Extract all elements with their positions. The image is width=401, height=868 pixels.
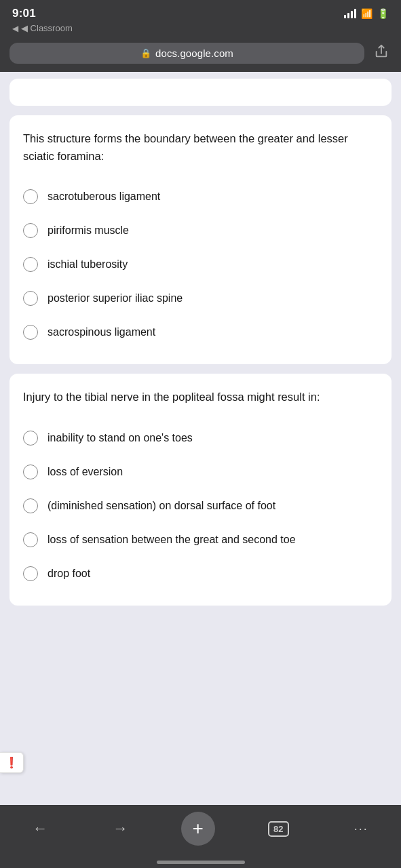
option-q1-5[interactable]: sacrospinous ligament — [23, 315, 378, 349]
question-2-text: Injury to the tibial nerve in the poplit… — [23, 389, 378, 406]
option-q2-5-label: drop foot — [47, 566, 90, 582]
question-1-card: This structure forms the boundary betwee… — [9, 115, 392, 364]
new-tab-button[interactable]: + — [181, 812, 215, 846]
status-bar: 9:01 📶 🔋 ◀ ◀ Classroom — [0, 0, 401, 37]
home-indicator-bar — [157, 861, 245, 864]
question-1-text: This structure forms the boundary betwee… — [23, 130, 378, 165]
address-pill[interactable]: 🔒 docs.google.com — [9, 43, 364, 64]
question-2-card: Injury to the tibial nerve in the poplit… — [9, 374, 392, 606]
option-q1-4-label: posterior superior iliac spine — [47, 290, 183, 307]
share-button[interactable] — [371, 41, 392, 65]
flag-icon: ❗ — [5, 757, 18, 768]
flag-button[interactable]: ❗ — [0, 752, 24, 773]
back-button[interactable]: ← — [20, 814, 60, 843]
option-q1-3[interactable]: ischial tuberosity — [23, 248, 378, 281]
option-q2-2[interactable]: loss of eversion — [23, 455, 378, 489]
address-bar: 🔒 docs.google.com — [0, 37, 401, 72]
option-q1-1-label: sacrotuberous ligament — [47, 189, 160, 205]
radio-q2-4 — [23, 532, 38, 547]
tab-count-badge: 82 — [268, 821, 288, 837]
option-q2-4[interactable]: loss of sensation between the great and … — [23, 523, 378, 557]
radio-q2-1 — [23, 431, 38, 446]
option-q2-1[interactable]: inability to stand on one's toes — [23, 421, 378, 455]
more-button[interactable]: ··· — [342, 816, 381, 842]
option-q2-4-label: loss of sensation between the great and … — [47, 532, 296, 548]
question-1-options: sacrotuberous ligament piriformis muscle… — [23, 180, 378, 349]
forward-button[interactable]: → — [100, 814, 140, 843]
option-q1-2-label: piriformis muscle — [47, 222, 129, 239]
signal-icon — [344, 9, 356, 18]
tab-switcher-button[interactable]: 82 — [256, 816, 301, 842]
option-q2-1-label: inability to stand on one's toes — [47, 430, 193, 446]
status-icons: 📶 🔋 — [344, 8, 389, 19]
bottom-nav: ← → + 82 ··· — [0, 805, 401, 861]
option-q2-3[interactable]: (diminished sensation) on dorsal surface… — [23, 489, 378, 523]
radio-q1-5 — [23, 325, 38, 340]
option-q2-2-label: loss of eversion — [47, 464, 123, 480]
wifi-icon: 📶 — [361, 8, 373, 19]
option-q1-3-label: ischial tuberosity — [47, 256, 128, 273]
radio-q1-1 — [23, 189, 38, 204]
option-q1-2[interactable]: piriformis muscle — [23, 214, 378, 248]
radio-q2-3 — [23, 498, 38, 513]
partial-card — [9, 79, 392, 106]
battery-icon: 🔋 — [377, 8, 389, 19]
back-nav-label[interactable]: ◀ Classroom — [21, 23, 73, 33]
option-q1-4[interactable]: posterior superior iliac spine — [23, 281, 378, 315]
radio-q1-2 — [23, 223, 38, 238]
home-indicator — [0, 861, 401, 868]
radio-q2-5 — [23, 566, 38, 581]
lock-icon: 🔒 — [140, 48, 151, 58]
option-q2-3-label: (diminished sensation) on dorsal surface… — [47, 498, 275, 514]
option-q1-5-label: sacrospinous ligament — [47, 324, 155, 340]
option-q2-5[interactable]: drop foot — [23, 557, 378, 591]
scroll-content: This structure forms the boundary betwee… — [0, 72, 401, 805]
status-time: 9:01 — [12, 7, 36, 20]
radio-q2-2 — [23, 465, 38, 479]
url-text: docs.google.com — [155, 47, 233, 59]
radio-q1-3 — [23, 257, 38, 272]
radio-q1-4 — [23, 291, 38, 306]
question-2-options: inability to stand on one's toes loss of… — [23, 421, 378, 591]
option-q1-1[interactable]: sacrotuberous ligament — [23, 180, 378, 214]
